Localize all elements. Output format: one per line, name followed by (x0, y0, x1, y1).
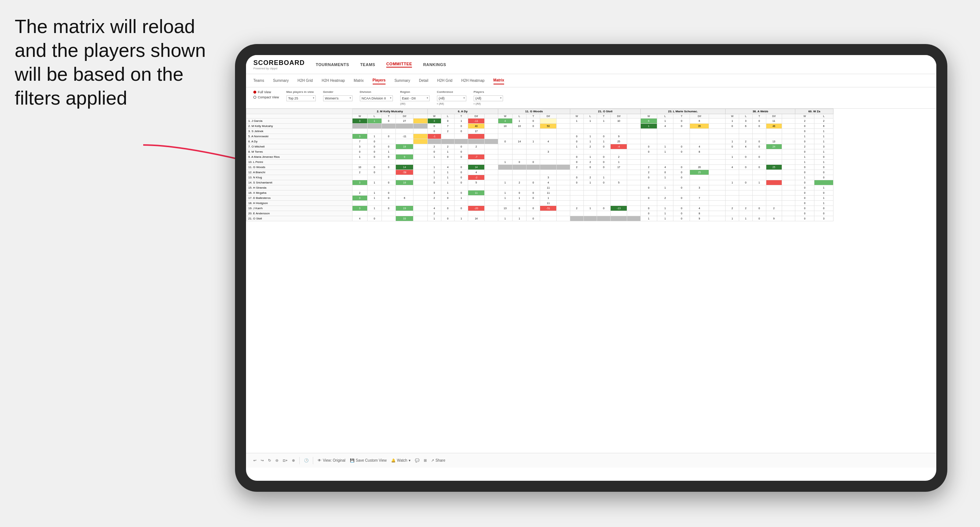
matrix-cell (441, 185, 455, 190)
matrix-cell (498, 154, 512, 160)
matrix-cell: 2 (725, 206, 739, 211)
sub-nav-h2h-grid[interactable]: H2H Grid (298, 77, 313, 84)
sub-nav-summary[interactable]: Summary (273, 77, 289, 84)
matrix-cell (413, 185, 427, 190)
zoom-out-button[interactable]: ⊖ (275, 459, 278, 462)
conference-select-wrapper[interactable]: (All) (437, 94, 466, 101)
matrix-cell: 0 (527, 216, 540, 221)
save-custom-view-button[interactable]: 💾 Save Custom View (350, 459, 387, 462)
compact-view-option[interactable]: Compact View (253, 95, 279, 99)
matrix-cell (557, 175, 570, 180)
matrix-cell: 0 (597, 144, 611, 149)
matrix-cell: 1 (640, 124, 657, 129)
main-nav: TOURNAMENTS TEAMS COMMITTEE RANKINGS (316, 62, 446, 68)
matrix-cell (752, 175, 766, 180)
clock-button[interactable]: 🕐 (304, 459, 309, 462)
matrix-cell: 1 (795, 175, 815, 180)
region-select[interactable]: East - DII (All) (400, 95, 430, 101)
grid-button[interactable]: ⊞ (424, 459, 427, 462)
gender-select-wrapper[interactable]: Women's Men's (323, 94, 353, 101)
matrix-cell: 0 (640, 206, 657, 211)
nav-committee[interactable]: COMMITTEE (386, 62, 412, 68)
matrix-cell: 8 (690, 211, 709, 216)
matrix-cell (396, 201, 413, 206)
matrix-cell (557, 185, 570, 190)
watch-button[interactable]: 🔔 Watch ▾ (391, 459, 410, 462)
sh-l6: L (739, 114, 753, 119)
sub-nav-matrix[interactable]: Matrix (353, 77, 364, 84)
matrix-cell (782, 175, 795, 180)
sub-nav-players[interactable]: Players (373, 77, 386, 84)
matrix-cell: 0 (673, 195, 690, 201)
conference-select[interactable]: (All) (437, 95, 466, 101)
matrix-cell (527, 149, 540, 154)
matrix-cell: 13 (766, 139, 782, 144)
matrix-cell: 0 (382, 119, 396, 124)
matrix-cell: 17 (611, 165, 627, 170)
matrix-cell: 2 (795, 119, 815, 124)
matrix-cell: 8 (690, 149, 709, 154)
zoom-in-button[interactable]: ⊕ (292, 459, 295, 462)
matrix-cell: 2 (584, 175, 597, 180)
matrix-cell (766, 190, 782, 195)
matrix-cell (441, 139, 455, 144)
comment-button[interactable]: 💬 (415, 459, 419, 462)
matrix-cell: 0 (795, 190, 815, 195)
nav-tournaments[interactable]: TOURNAMENTS (316, 62, 349, 67)
matrix-cell: 0 (382, 190, 396, 195)
matrix-cell (396, 129, 413, 134)
separator-2 (313, 457, 313, 464)
matrix-cell (725, 201, 739, 206)
max-players-select-wrapper[interactable]: Top 25 Top 10 Top 50 (286, 94, 316, 101)
matrix-area[interactable]: 2. M Kelly Mulcahy 6. A Dy 11. G Woods 2… (246, 109, 936, 453)
matrix-cell: 1 (725, 119, 739, 124)
sub-nav-summary2[interactable]: Summary (395, 77, 410, 84)
matrix-cell (739, 170, 753, 175)
sh-l3: L (512, 114, 527, 119)
table-row: 6. A Dy7001414011251201301 (247, 139, 834, 144)
division-select[interactable]: NCAA Division II NCAA Division I NCAA Di… (360, 95, 393, 101)
max-players-select[interactable]: Top 25 Top 10 Top 50 (286, 95, 316, 101)
matrix-cell (557, 190, 570, 195)
nav-teams[interactable]: TEAMS (360, 62, 375, 67)
division-select-wrapper[interactable]: NCAA Division II NCAA Division I NCAA Di… (360, 94, 393, 101)
share-button[interactable]: ↗ Share (431, 459, 445, 462)
players-select[interactable]: (All) (474, 95, 503, 101)
nav-rankings[interactable]: RANKINGS (423, 62, 446, 67)
matrix-cell (367, 185, 382, 190)
sub-nav-h2h-grid2[interactable]: H2H Grid (438, 77, 453, 84)
matrix-cell: 2 (766, 206, 782, 211)
matrix-cell (527, 201, 540, 206)
matrix-cell: 1 (584, 180, 597, 185)
sub-nav-h2h-heatmap[interactable]: H2H Heatmap (321, 77, 345, 84)
matrix-cell (557, 165, 570, 170)
refresh-button[interactable]: ↻ (268, 459, 271, 462)
view-original-button[interactable]: 👁 View: Original (318, 459, 345, 462)
sub-nav-matrix2[interactable]: Matrix (493, 77, 504, 84)
full-view-radio[interactable] (253, 90, 256, 94)
gender-select[interactable]: Women's Men's (323, 95, 353, 101)
sh-d2: Dif (468, 114, 485, 119)
matrix-cell: 11 (540, 185, 557, 190)
sub-nav-detail[interactable]: Detail (419, 77, 428, 84)
full-view-option[interactable]: Full View (253, 90, 279, 94)
matrix-cell: 10 (352, 165, 367, 170)
matrix-cell (597, 190, 611, 195)
undo-button[interactable]: ↩ (253, 459, 256, 462)
matrix-cell (752, 195, 766, 201)
compact-view-radio[interactable] (253, 96, 256, 99)
redo-button[interactable]: ↪ (261, 459, 264, 462)
matrix-cell: 0 (527, 206, 540, 211)
matrix-cell (557, 144, 570, 149)
matrix-cell: 0 (512, 206, 527, 211)
matrix-cell: 10 (498, 124, 512, 129)
matrix-cell (782, 201, 795, 206)
matrix-cell (725, 160, 739, 165)
players-select-wrapper[interactable]: (All) (474, 94, 503, 101)
region-select-wrapper[interactable]: East - DII (All) (400, 94, 430, 101)
sub-nav-h2h-heatmap2[interactable]: H2H Heatmap (461, 77, 484, 84)
matrix-cell: 1 (367, 206, 382, 211)
matrix-cell (540, 211, 557, 216)
matrix-cell (640, 139, 657, 144)
sub-nav-teams[interactable]: Teams (253, 77, 264, 84)
